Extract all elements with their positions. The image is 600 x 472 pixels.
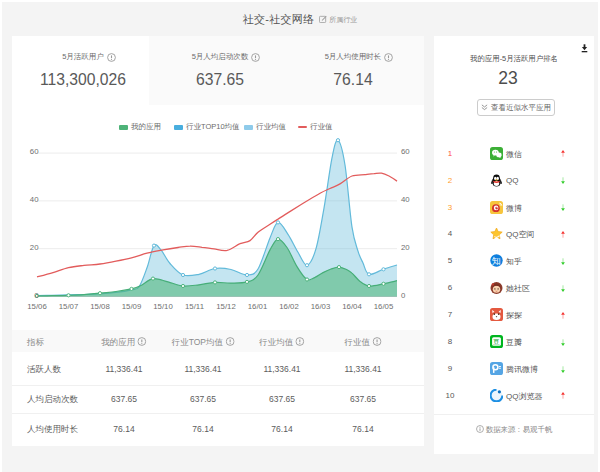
svg-text:15/06: 15/06 — [27, 302, 47, 311]
svg-text:15/07: 15/07 — [59, 302, 79, 311]
svg-text:15/09: 15/09 — [122, 302, 142, 311]
svg-text:16/04: 16/04 — [342, 302, 362, 311]
svg-text:15/12: 15/12 — [216, 302, 236, 311]
svg-text:16/03: 16/03 — [311, 302, 331, 311]
svg-text:0: 0 — [34, 291, 39, 300]
svg-text:20: 20 — [401, 243, 410, 252]
svg-text:40: 40 — [30, 195, 39, 204]
svg-text:40: 40 — [401, 195, 410, 204]
svg-text:60: 60 — [401, 147, 410, 156]
svg-text:15/10: 15/10 — [153, 302, 173, 311]
svg-text:16/02: 16/02 — [279, 302, 299, 311]
svg-text:0: 0 — [401, 291, 406, 300]
svg-text:60: 60 — [30, 147, 39, 156]
svg-text:豆: 豆 — [493, 338, 500, 345]
svg-text:15/11: 15/11 — [185, 302, 204, 311]
svg-text:16/01: 16/01 — [248, 302, 268, 311]
svg-text:20: 20 — [30, 243, 39, 252]
svg-text:知: 知 — [492, 256, 501, 266]
svg-text:15/08: 15/08 — [90, 302, 110, 311]
svg-text:16/05: 16/05 — [374, 302, 394, 311]
